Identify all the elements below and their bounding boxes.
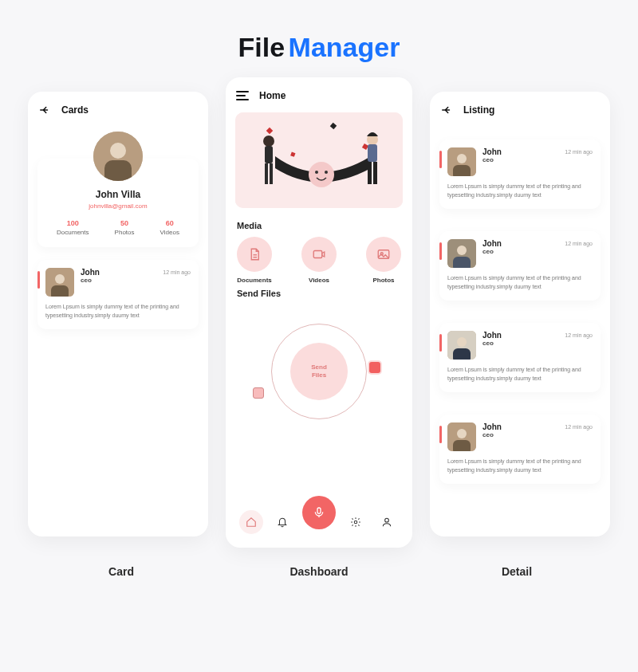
svg-point-31 bbox=[354, 521, 357, 524]
svg-rect-41 bbox=[453, 348, 471, 360]
svg-point-16 bbox=[325, 171, 328, 174]
nav-home[interactable] bbox=[239, 510, 263, 534]
media-documents[interactable]: Documents bbox=[237, 237, 272, 284]
svg-point-4 bbox=[55, 274, 65, 284]
home-icon bbox=[246, 517, 257, 528]
bottom-nav bbox=[235, 505, 403, 540]
item-name: John bbox=[482, 422, 502, 431]
item-role: ceo bbox=[482, 248, 502, 255]
svg-rect-5 bbox=[51, 285, 69, 297]
item-role: ceo bbox=[482, 431, 502, 438]
list-item[interactable]: Johnceo12 min agoLorem Lpsum is simply d… bbox=[439, 140, 601, 209]
mic-button[interactable] bbox=[302, 496, 336, 529]
profile-card: John Villa johnvilla@gmail.com 100 Docum… bbox=[37, 159, 199, 247]
item-time: 12 min ago bbox=[163, 268, 191, 275]
svg-rect-20 bbox=[270, 163, 273, 184]
dashboard-header-title: Home bbox=[259, 90, 286, 101]
svg-point-43 bbox=[457, 429, 467, 438]
profile-email: johnvilla@gmail.com bbox=[44, 202, 192, 210]
media-label: Photos bbox=[372, 277, 394, 284]
caption-card: Card bbox=[31, 565, 211, 578]
send-files-button[interactable]: Send Files bbox=[290, 343, 348, 400]
svg-rect-9 bbox=[235, 112, 403, 208]
nav-settings[interactable] bbox=[344, 510, 368, 534]
hero-illustration bbox=[235, 112, 403, 208]
item-body: Lorem Lpsum is simply dummy text of the … bbox=[447, 458, 593, 474]
item-body: Lorem Lpsum is simply dummy text of the … bbox=[447, 274, 593, 291]
media-photos[interactable]: Photos bbox=[366, 237, 401, 284]
page-title: File Manager bbox=[24, 32, 614, 63]
title-part2: Manager bbox=[289, 32, 400, 62]
svg-rect-35 bbox=[453, 165, 471, 176]
accent-bar bbox=[439, 334, 442, 352]
list-item[interactable]: Johnceo12 min agoLorem Lpsum is simply d… bbox=[439, 231, 601, 301]
item-name: John bbox=[482, 147, 502, 156]
svg-rect-24 bbox=[373, 162, 377, 184]
send-files-area: Send Files bbox=[235, 308, 403, 435]
bell-icon bbox=[277, 517, 288, 528]
item-role: ceo bbox=[482, 156, 502, 163]
stat-value: 100 bbox=[57, 219, 89, 227]
list-item[interactable]: Johnceo12 min agoLorem Lpsum is simply d… bbox=[439, 323, 601, 392]
listing-header-title: Listing bbox=[463, 104, 494, 116]
menu-icon[interactable] bbox=[235, 88, 250, 103]
stat-label: Videos bbox=[160, 229, 179, 236]
item-role: ceo bbox=[81, 277, 100, 284]
stat-label: Documents bbox=[57, 229, 89, 236]
photo-icon bbox=[376, 247, 391, 261]
svg-point-32 bbox=[385, 518, 389, 522]
item-body: Lorem Lpsum is simply dummy text of the … bbox=[447, 366, 593, 383]
avatar bbox=[93, 132, 143, 181]
media-videos[interactable]: Videos bbox=[301, 237, 337, 284]
stat-photos: 50 Photos bbox=[115, 219, 135, 236]
avatar bbox=[45, 268, 74, 297]
item-time: 12 min ago bbox=[565, 331, 593, 338]
item-name: John bbox=[482, 239, 502, 248]
document-icon bbox=[247, 247, 262, 261]
listing-column: Johnceo12 min agoLorem Lpsum is simply d… bbox=[439, 127, 601, 484]
svg-point-40 bbox=[457, 337, 467, 347]
media-heading: Media bbox=[237, 221, 403, 230]
profile-name: John Villa bbox=[44, 189, 192, 200]
user-icon bbox=[381, 517, 392, 528]
item-body: Lorem Lpsum is simply dummy text of the … bbox=[45, 303, 191, 320]
nav-profile[interactable] bbox=[375, 510, 399, 534]
caption-detail: Detail bbox=[427, 565, 607, 578]
card-header-title: Cards bbox=[61, 104, 89, 116]
back-icon[interactable] bbox=[37, 103, 52, 117]
avatar bbox=[447, 331, 476, 360]
svg-point-17 bbox=[263, 136, 274, 147]
media-label: Documents bbox=[237, 277, 272, 284]
phone-card: Cards John Villa johnvilla@gmail.com 100… bbox=[28, 92, 208, 536]
svg-point-1 bbox=[110, 143, 126, 159]
list-item[interactable]: Johnceo12 min agoLorem Lpsum is simply d… bbox=[439, 415, 601, 484]
stat-documents: 100 Documents bbox=[57, 219, 89, 236]
dashboard-header: Home bbox=[235, 88, 403, 103]
profile-stats: 100 Documents 50 Photos 60 Videos bbox=[44, 219, 192, 236]
back-icon[interactable] bbox=[439, 103, 454, 117]
svg-rect-18 bbox=[265, 146, 273, 163]
item-name: John bbox=[81, 268, 100, 277]
accent-bar bbox=[439, 426, 442, 443]
svg-rect-22 bbox=[368, 144, 377, 162]
list-item[interactable]: John ceo 12 min ago Lorem Lpsum is simpl… bbox=[37, 260, 199, 329]
video-icon bbox=[312, 247, 326, 261]
caption-dashboard: Dashboard bbox=[226, 565, 412, 578]
svg-rect-44 bbox=[453, 440, 471, 451]
item-body: Lorem Lpsum is simply dummy text of the … bbox=[447, 183, 593, 199]
svg-point-14 bbox=[309, 162, 334, 187]
svg-rect-19 bbox=[265, 163, 268, 184]
send-label: Send Files bbox=[311, 364, 327, 380]
svg-point-34 bbox=[457, 154, 467, 163]
accent-bar bbox=[439, 151, 442, 168]
item-time: 12 min ago bbox=[565, 147, 593, 155]
accent-bar bbox=[37, 271, 40, 289]
stat-videos: 60 Videos bbox=[160, 219, 179, 236]
mic-icon bbox=[313, 506, 325, 519]
svg-point-37 bbox=[457, 246, 467, 255]
node-icon bbox=[369, 362, 380, 373]
phone-dashboard: Home bbox=[226, 77, 412, 548]
listing-header: Listing bbox=[439, 103, 601, 117]
nav-notifications[interactable] bbox=[270, 510, 294, 534]
accent-bar bbox=[439, 242, 442, 260]
